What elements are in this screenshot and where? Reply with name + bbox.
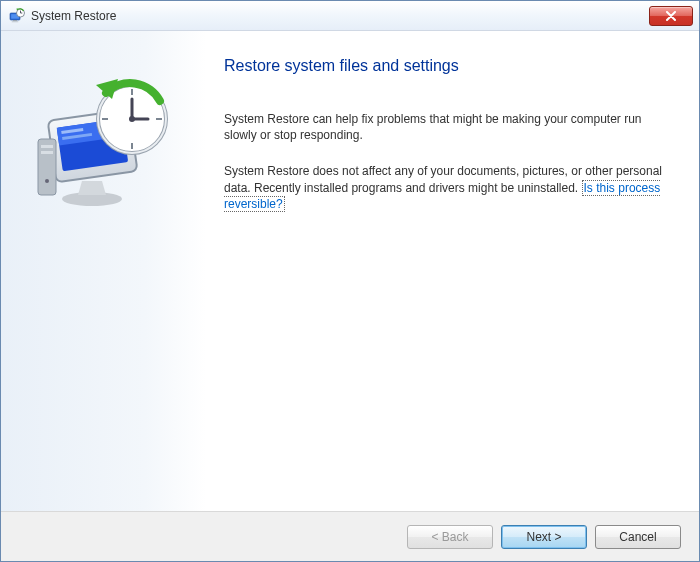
svg-rect-15 <box>41 151 53 154</box>
cancel-button[interactable]: Cancel <box>595 525 681 549</box>
svg-rect-3 <box>12 21 19 22</box>
close-icon <box>665 11 677 21</box>
window-title: System Restore <box>31 9 649 23</box>
wizard-content: Restore system files and settings System… <box>206 31 699 511</box>
svg-rect-14 <box>41 145 53 148</box>
titlebar: System Restore <box>1 1 699 31</box>
svg-point-16 <box>45 179 49 183</box>
restore-illustration-icon <box>34 69 174 219</box>
info-paragraph: System Restore does not affect any of yo… <box>224 163 669 212</box>
wizard-sidebar <box>1 31 206 511</box>
next-button[interactable]: Next > <box>501 525 587 549</box>
wizard-body: Restore system files and settings System… <box>1 31 699 511</box>
wizard-footer: < Back Next > Cancel <box>1 511 699 561</box>
svg-rect-2 <box>13 20 17 21</box>
system-restore-icon <box>9 8 25 24</box>
intro-paragraph: System Restore can help fix problems tha… <box>224 111 669 143</box>
svg-point-25 <box>129 116 135 122</box>
system-restore-window: System Restore <box>0 0 700 562</box>
page-heading: Restore system files and settings <box>224 57 669 75</box>
close-button[interactable] <box>649 6 693 26</box>
back-button[interactable]: < Back <box>407 525 493 549</box>
